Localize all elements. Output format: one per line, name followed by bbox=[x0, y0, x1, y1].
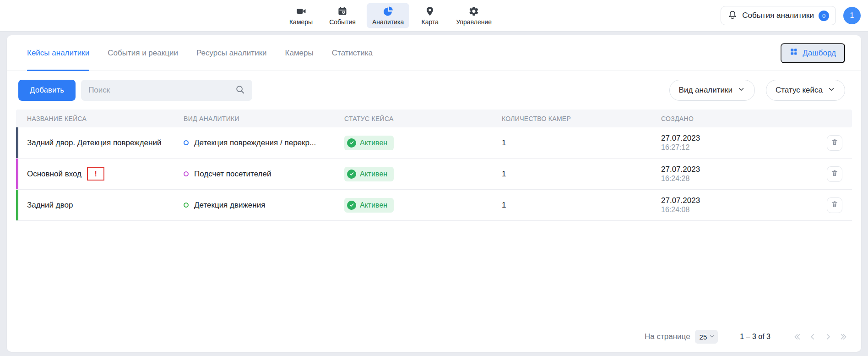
cell-actions bbox=[813, 197, 852, 213]
cell-analytics-type: Подсчет посетителей bbox=[184, 170, 344, 179]
analytics-events-button[interactable]: События аналитики 0 bbox=[721, 6, 836, 25]
toolbar: Добавить Вид аналитики Статус кейса bbox=[7, 71, 861, 110]
analytics-page-card: Кейсы аналитики События и реакции Ресурс… bbox=[7, 35, 861, 352]
type-dot-icon bbox=[184, 171, 189, 176]
nav-label: Камеры bbox=[289, 18, 313, 26]
dashboard-button-label: Дашборд bbox=[803, 49, 836, 58]
nav-item-cameras[interactable]: Камеры bbox=[284, 3, 318, 28]
page-range-label: 1 – 3 of 3 bbox=[740, 333, 770, 341]
events-button-label: События аналитики bbox=[742, 11, 814, 20]
first-page-icon[interactable] bbox=[792, 332, 802, 341]
col-header-name: НАЗВАНИЕ КЕЙСА bbox=[16, 115, 184, 122]
status-badge: Активен bbox=[344, 198, 394, 213]
cell-actions bbox=[813, 135, 852, 151]
col-header-type: ВИД АНАЛИТИКИ bbox=[184, 115, 344, 122]
per-page-value: 25 bbox=[700, 333, 707, 341]
tabs-row: Кейсы аналитики События и реакции Ресурс… bbox=[7, 35, 861, 71]
created-date: 27.07.2023 bbox=[661, 164, 813, 174]
tab-statistics[interactable]: Статистика bbox=[332, 35, 373, 71]
filter-analytics-type[interactable]: Вид аналитики bbox=[669, 80, 755, 101]
calendar-icon bbox=[337, 6, 348, 17]
trash-icon bbox=[830, 200, 839, 210]
last-page-icon[interactable] bbox=[839, 332, 848, 341]
gear-icon bbox=[468, 6, 479, 17]
search-icon bbox=[235, 84, 245, 96]
cell-case-name: Задний двор. Детекция повреждений bbox=[16, 138, 184, 148]
cell-status: Активен bbox=[344, 167, 502, 181]
events-count-badge: 0 bbox=[819, 11, 829, 21]
per-page-select[interactable]: 25 bbox=[695, 330, 718, 344]
cases-table: НАЗВАНИЕ КЕЙСА ВИД АНАЛИТИКИ СТАТУС КЕЙС… bbox=[16, 110, 852, 221]
col-header-status: СТАТУС КЕЙСА bbox=[344, 115, 502, 122]
search-input[interactable] bbox=[88, 86, 235, 95]
created-date: 27.07.2023 bbox=[661, 133, 813, 143]
trash-icon bbox=[830, 138, 839, 148]
row-accent-bar bbox=[16, 190, 18, 220]
camera-icon bbox=[296, 6, 307, 17]
filter-label: Статус кейса bbox=[776, 86, 823, 95]
check-icon bbox=[347, 138, 356, 148]
nav-label: События bbox=[329, 18, 356, 26]
tab-events-reactions[interactable]: События и реакции bbox=[108, 35, 178, 71]
case-name: Основной вход bbox=[27, 170, 81, 179]
chevron-down-icon bbox=[827, 85, 835, 96]
chevron-down-icon bbox=[709, 333, 715, 341]
tabs: Кейсы аналитики События и реакции Ресурс… bbox=[27, 35, 373, 71]
cell-status: Активен bbox=[344, 198, 502, 213]
tab-cameras[interactable]: Камеры bbox=[285, 35, 314, 71]
tab-analytics-resources[interactable]: Ресурсы аналитики bbox=[196, 35, 267, 71]
created-time: 16:24:28 bbox=[661, 174, 813, 183]
case-name: Задний двор bbox=[27, 201, 73, 210]
prev-page-icon[interactable] bbox=[808, 332, 817, 341]
topbar: Камеры События Аналитика Карта Управлени… bbox=[0, 0, 868, 32]
cell-analytics-type: Детекция движения bbox=[184, 201, 344, 210]
created-date: 27.07.2023 bbox=[661, 196, 813, 205]
filter-case-status[interactable]: Статус кейса bbox=[766, 80, 845, 101]
cell-status: Активен bbox=[344, 136, 502, 150]
next-page-icon[interactable] bbox=[824, 332, 833, 341]
cell-camera-count: 1 bbox=[502, 170, 661, 179]
table-row[interactable]: Задний двор Детекция движения Активен 1 … bbox=[16, 190, 852, 221]
status-label: Активен bbox=[360, 170, 387, 178]
nav-item-events[interactable]: События bbox=[324, 3, 361, 28]
nav-label: Управление bbox=[456, 18, 492, 26]
bell-icon bbox=[727, 10, 738, 22]
map-pin-icon bbox=[424, 6, 435, 17]
per-page-label: На странице bbox=[645, 332, 690, 341]
topbar-right: События аналитики 0 1 bbox=[721, 6, 861, 25]
analytics-pie-icon bbox=[383, 6, 394, 17]
created-time: 16:27:12 bbox=[661, 143, 813, 152]
nav-item-analytics[interactable]: Аналитика bbox=[367, 3, 409, 28]
cell-analytics-type: Детекция повреждения / перекр... bbox=[184, 138, 344, 148]
grid-icon bbox=[790, 48, 798, 58]
delete-button[interactable] bbox=[827, 197, 842, 213]
add-button[interactable]: Добавить bbox=[18, 80, 76, 101]
cell-created: 27.07.2023 16:27:12 bbox=[661, 133, 813, 152]
nav-item-management[interactable]: Управление bbox=[450, 3, 497, 28]
table-row[interactable]: Основной вход ! Подсчет посетителей Акти… bbox=[16, 159, 852, 190]
check-icon bbox=[347, 170, 356, 179]
delete-button[interactable] bbox=[827, 166, 842, 182]
table-header: НАЗВАНИЕ КЕЙСА ВИД АНАЛИТИКИ СТАТУС КЕЙС… bbox=[16, 110, 852, 127]
status-badge: Активен bbox=[344, 136, 394, 150]
nav-item-map[interactable]: Карта bbox=[415, 3, 445, 28]
filters: Вид аналитики Статус кейса bbox=[669, 80, 845, 101]
filter-label: Вид аналитики bbox=[679, 86, 732, 95]
cell-camera-count: 1 bbox=[502, 201, 661, 210]
table-row[interactable]: Задний двор. Детекция повреждений Детекц… bbox=[16, 127, 852, 159]
type-label: Детекция повреждения / перекр... bbox=[194, 138, 316, 148]
dashboard-button[interactable]: Дашборд bbox=[781, 43, 845, 63]
row-accent-bar bbox=[16, 127, 18, 158]
cell-created: 27.07.2023 16:24:28 bbox=[661, 164, 813, 183]
cell-created: 27.07.2023 16:24:08 bbox=[661, 196, 813, 214]
status-label: Активен bbox=[360, 201, 387, 209]
type-dot-icon bbox=[184, 203, 189, 208]
check-icon bbox=[347, 201, 356, 210]
status-label: Активен bbox=[360, 139, 387, 147]
delete-button[interactable] bbox=[827, 135, 842, 151]
cell-case-name: Основной вход ! bbox=[16, 167, 184, 181]
cell-camera-count: 1 bbox=[502, 138, 661, 148]
col-header-created: СОЗДАНО bbox=[661, 115, 813, 122]
tab-analytics-cases[interactable]: Кейсы аналитики bbox=[27, 35, 89, 71]
user-avatar[interactable]: 1 bbox=[843, 7, 861, 24]
